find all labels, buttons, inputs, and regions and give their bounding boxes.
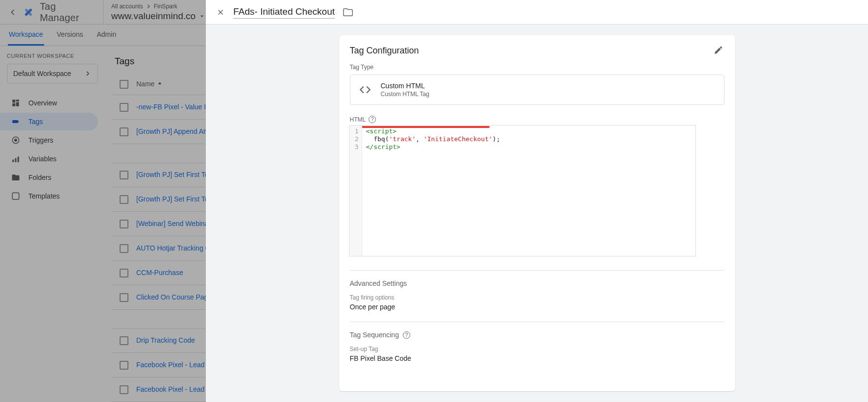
row-checkbox[interactable]	[120, 103, 128, 112]
tag-sequencing-title: Tag Sequencing	[350, 331, 399, 339]
move-to-folder-button[interactable]	[343, 7, 353, 18]
svg-point-7	[15, 139, 17, 142]
sort-asc-icon	[156, 81, 163, 88]
svg-rect-3	[16, 100, 19, 101]
sidebar-item-triggers[interactable]: Triggers	[0, 131, 98, 149]
column-header-name[interactable]: Name	[136, 79, 163, 89]
product-name: Tag Manager	[40, 1, 96, 24]
row-checkbox[interactable]	[120, 336, 128, 345]
back-arrow-icon[interactable]	[7, 6, 18, 18]
workspace-name: Default Workspace	[13, 70, 71, 77]
row-checkbox[interactable]	[120, 293, 128, 302]
tag-type-subtitle: Custom HTML Tag	[381, 91, 429, 98]
row-checkbox[interactable]	[120, 385, 128, 394]
sidebar-item-label: Tags	[28, 118, 43, 126]
gtm-logo-icon	[22, 6, 35, 19]
setup-tag-value: FB Pixel Base Code	[350, 354, 724, 362]
row-checkbox[interactable]	[120, 195, 128, 204]
tag-configuration-card: Tag Configuration Tag Type Custom HTML C…	[339, 35, 735, 391]
trigger-icon	[11, 135, 21, 145]
workspace-selector[interactable]: Default Workspace	[7, 64, 98, 83]
row-checkbox[interactable]	[120, 361, 128, 370]
row-checkbox[interactable]	[120, 171, 128, 179]
firing-options-value: Once per page	[350, 303, 724, 311]
template-icon	[11, 191, 21, 201]
close-button[interactable]	[215, 6, 226, 18]
select-all-checkbox[interactable]	[120, 80, 128, 89]
sidebar-item-variables[interactable]: Variables	[0, 150, 98, 168]
help-icon[interactable]: ?	[369, 116, 376, 123]
advanced-settings-title: Advanced Settings	[350, 279, 724, 287]
row-checkbox[interactable]	[120, 220, 128, 228]
code-gutter: 123	[349, 126, 362, 256]
tab-versions[interactable]: Versions	[56, 25, 84, 46]
sidebar-item-label: Templates	[28, 192, 60, 200]
sidebar-item-overview[interactable]: Overview	[0, 94, 98, 112]
sidebar-item-folders[interactable]: Folders	[0, 169, 98, 186]
code-brackets-icon	[358, 83, 372, 97]
current-workspace-label: CURRENT WORKSPACE	[7, 53, 98, 59]
sidebar-item-label: Folders	[28, 174, 51, 181]
tab-admin[interactable]: Admin	[96, 25, 117, 46]
close-icon	[216, 8, 225, 17]
breadcrumb[interactable]: All accounts FinSpark	[111, 3, 205, 10]
breadcrumb-all: All accounts	[111, 3, 143, 10]
folder-outline-icon	[343, 7, 353, 18]
row-checkbox[interactable]	[120, 269, 128, 277]
chevron-right-icon	[145, 3, 152, 10]
setup-tag-label: Set-up Tag	[350, 346, 724, 352]
sidebar-item-label: Overview	[28, 99, 57, 107]
row-checkbox[interactable]	[120, 244, 128, 253]
sidebar-item-templates[interactable]: Templates	[0, 187, 98, 205]
container-selector[interactable]: www.valueinmind.co	[111, 11, 205, 22]
svg-rect-2	[12, 100, 15, 102]
breadcrumb-account: FinSpark	[154, 3, 177, 10]
svg-rect-9	[15, 158, 17, 162]
sidebar-item-tags[interactable]: Tags	[0, 113, 98, 130]
help-icon[interactable]: ?	[403, 331, 410, 339]
html-field-label: HTML	[350, 116, 366, 123]
svg-rect-4	[16, 102, 19, 106]
svg-rect-5	[12, 103, 15, 106]
tag-editor-panel: FAds- Initiated Checkout Tag Configurati…	[206, 0, 868, 402]
html-code-editor[interactable]: 123 <script> fbq('track', 'InitiateCheck…	[349, 125, 696, 256]
tag-type-name: Custom HTML	[381, 82, 429, 90]
container-domain: www.valueinmind.co	[111, 11, 196, 22]
dashboard-icon	[11, 98, 21, 108]
tag-name-field[interactable]: FAds- Initiated Checkout	[233, 5, 335, 19]
sidebar-item-label: Variables	[28, 155, 56, 163]
tag-type-label: Tag Type	[350, 64, 724, 71]
chevron-right-icon	[84, 70, 92, 77]
svg-rect-8	[12, 160, 14, 162]
sidebar-item-label: Triggers	[28, 136, 53, 144]
svg-rect-10	[18, 157, 19, 162]
tag-type-selector[interactable]: Custom HTML Custom HTML Tag	[350, 75, 724, 105]
pencil-icon	[714, 45, 723, 55]
firing-options-label: Tag firing options	[350, 294, 724, 301]
tab-workspace[interactable]: Workspace	[8, 25, 44, 46]
row-checkbox[interactable]	[120, 127, 128, 136]
code-content: <script> fbq('track', 'InitiateCheckout'…	[362, 126, 504, 256]
folder-icon	[11, 173, 21, 182]
svg-rect-11	[12, 193, 19, 200]
card-title: Tag Configuration	[350, 46, 419, 56]
edit-button[interactable]	[714, 45, 724, 56]
caret-down-icon	[198, 13, 205, 20]
variable-icon	[11, 154, 21, 164]
tag-icon	[11, 117, 21, 126]
